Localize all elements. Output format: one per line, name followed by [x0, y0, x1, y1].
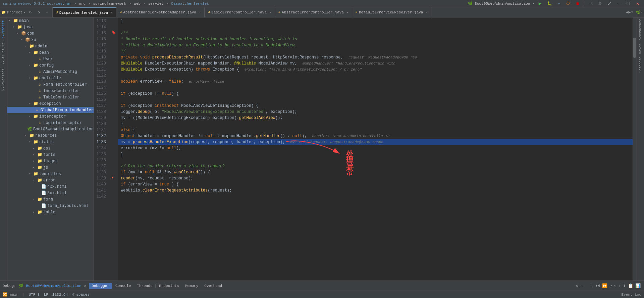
- tree-item-indexcontroller[interactable]: ☕IndexController: [7, 88, 94, 94]
- tree-item-com[interactable]: ▾📦com: [7, 30, 94, 37]
- tree-item-boot05webadminapplication[interactable]: 🌿Boot05WebAdminApplication: [7, 126, 94, 132]
- code-line-1123[interactable]: boolean errorView = false;errorView: fal…: [118, 79, 633, 85]
- 7-structure-btn[interactable]: 7-Structure: [639, 19, 642, 41]
- tree-item-bean[interactable]: ▾📁bean: [7, 49, 94, 56]
- project-dropdown[interactable]: ▾: [23, 10, 26, 14]
- bookmarks-sidebar-btn[interactable]: 2-Favorites: [1, 67, 6, 92]
- debug-action-btn[interactable]: 📊: [635, 283, 641, 289]
- tree-item-js[interactable]: ▸📁js: [7, 164, 94, 171]
- tree-item-controlle[interactable]: ▾📁controlle: [7, 75, 94, 81]
- code-line-1124[interactable]: [118, 85, 633, 91]
- code-line-1137[interactable]: // Did the handler return a view to rend…: [118, 163, 633, 169]
- code-line-1126[interactable]: [118, 97, 633, 103]
- tab-scroll-right[interactable]: ▶: [629, 10, 631, 15]
- tree-item-adminwebconfig[interactable]: ☕AdminWebConfig: [7, 69, 94, 75]
- code-line-1125[interactable]: if (exception != null) {: [118, 91, 633, 97]
- tab-abstracthandler[interactable]: JAbstractHandlerMethodAdapter.java✕: [116, 7, 205, 17]
- tree-item-main[interactable]: ▾📁main: [7, 17, 94, 24]
- debug-action-btn[interactable]: ⏭: [595, 283, 601, 289]
- tree-item-table[interactable]: ▸📁table: [7, 209, 94, 215]
- tree-item-resources[interactable]: ▾📁resources: [7, 132, 94, 139]
- tree-item-templates[interactable]: ▾📁templates: [7, 171, 94, 177]
- debug-action-btn[interactable]: 📋: [627, 283, 634, 289]
- profiler-button[interactable]: ⏱: [565, 0, 572, 7]
- code-line-1115[interactable]: /**: [118, 30, 633, 36]
- tab-close-abstracthandler[interactable]: ✕: [199, 10, 201, 14]
- tree-item-java[interactable]: ▾📁java: [7, 24, 94, 30]
- code-line-1132[interactable]: Object handler = (mappedHandler != null …: [118, 133, 633, 139]
- expand-button[interactable]: ⤢: [606, 0, 613, 7]
- scrollbar-thumb[interactable]: [633, 38, 636, 58]
- tab-defaulterror[interactable]: JDefaultErrorViewResolver.java✕: [352, 7, 431, 17]
- run-config-dropdown[interactable]: ▾: [532, 1, 534, 6]
- code-line-1119[interactable]: private void processDispatchResult(HttpS…: [118, 54, 633, 60]
- run-button[interactable]: ▶: [536, 0, 544, 7]
- code-lines[interactable]: } /** * Handle the result of handler sel…: [118, 17, 633, 281]
- code-line-1116[interactable]: * Handle the result of handler selection…: [118, 36, 633, 42]
- tree-item-config[interactable]: ▾📁config: [7, 62, 94, 69]
- tree-item-formtestcontroller[interactable]: ☕FormTestController: [7, 81, 94, 88]
- project-sidebar-btn[interactable]: 1-Project: [1, 19, 6, 40]
- code-line-1114[interactable]: [118, 24, 633, 30]
- tab-abstracterror[interactable]: JAbstractErrorController.java✕: [275, 7, 352, 17]
- tab-close-defaulterror[interactable]: ✕: [426, 10, 428, 14]
- debug-button[interactable]: 🐛: [546, 0, 553, 7]
- tree-item-images[interactable]: ▸📁images: [7, 158, 94, 164]
- code-line-1141[interactable]: WebUtils.clearErrorRequestAttributes(req…: [118, 187, 633, 194]
- code-line-1140[interactable]: if (errorView = true ) {: [118, 181, 633, 187]
- tree-item-xu[interactable]: ▾📦xu: [7, 37, 94, 43]
- tree-item-css[interactable]: ▸📁css: [7, 145, 94, 152]
- tree-item-exception[interactable]: ▾📁exception: [7, 100, 94, 107]
- debug-action-btn[interactable]: ↪: [613, 283, 618, 289]
- code-line-1113[interactable]: }: [118, 18, 633, 24]
- debug-action-btn[interactable]: ⬆: [618, 283, 622, 289]
- tree-item-fonts[interactable]: ▸📁fonts: [7, 152, 94, 158]
- code-line-1128[interactable]: logger.debug( o: "ModelAndViewDefiningEx…: [118, 109, 633, 115]
- code-line-1131[interactable]: else {: [118, 127, 633, 133]
- maximize-button[interactable]: □: [625, 0, 632, 7]
- tab-close-basicerror[interactable]: ✕: [269, 10, 271, 14]
- debug-tab-debugger[interactable]: Debugger: [89, 283, 112, 289]
- debug-tab-threads---endpoints[interactable]: Threads | Endpoints: [134, 283, 181, 289]
- update-button[interactable]: ⚡: [587, 0, 594, 7]
- gear-icon[interactable]: ⚙: [35, 9, 43, 16]
- code-line-1122[interactable]: [118, 73, 633, 79]
- code-line-1142[interactable]: [118, 194, 633, 200]
- settings-button[interactable]: ⚙: [596, 0, 604, 7]
- debug-tab-console[interactable]: Console: [113, 283, 133, 289]
- coverage-button[interactable]: ☂: [555, 0, 562, 7]
- collapse-button[interactable]: —: [615, 0, 623, 7]
- tab-dispatcher[interactable]: JDispatcherServlet.java✕: [53, 7, 116, 17]
- code-line-1130[interactable]: }: [118, 121, 633, 127]
- maven-btn[interactable]: Maven: [639, 44, 642, 54]
- tree-item-static[interactable]: ▾📁static: [7, 139, 94, 145]
- code-line-1138[interactable]: if (mv != null && !mv.wasCleared()) {: [118, 169, 633, 175]
- tab-close-abstracterror[interactable]: ✕: [346, 10, 348, 14]
- database-btn[interactable]: Database: [639, 56, 642, 73]
- code-line-1139[interactable]: render(mv, request, response);: [118, 175, 633, 181]
- hide-debug-btn[interactable]: —: [581, 284, 583, 288]
- code-line-1127[interactable]: if (exception instanceof ModelAndViewDef…: [118, 103, 633, 109]
- tab-list-btn[interactable]: ▾: [631, 10, 633, 15]
- debug-action-btn[interactable]: ↩: [609, 283, 613, 289]
- tree-item-4xx-html[interactable]: 📄4xx.html: [7, 183, 94, 190]
- settings-btn[interactable]: ⚙: [576, 284, 578, 288]
- tab-basicerror[interactable]: JBasicErrorController.java✕: [205, 7, 275, 17]
- code-line-1118[interactable]: */: [118, 48, 633, 54]
- code-line-1121[interactable]: @Nullable Exception exception) throws Ex…: [118, 67, 633, 73]
- debug-action-btn[interactable]: ⏸: [589, 283, 594, 289]
- structure-sidebar-btn[interactable]: 7-Structure: [1, 41, 6, 66]
- tree-item-form-layouts-html[interactable]: 📄form_layouts.html: [7, 203, 94, 209]
- debug-close-btn[interactable]: ✕: [84, 284, 87, 288]
- code-line-1129[interactable]: mv = ((ModelAndViewDefiningException) ex…: [118, 115, 633, 121]
- code-line-1117[interactable]: * either a ModelAndView or an Exception …: [118, 42, 633, 48]
- tab-scroll-left[interactable]: ◀: [626, 10, 628, 15]
- tree-item-5xx-html[interactable]: 📄5xx.html: [7, 190, 94, 196]
- close-window-button[interactable]: ✕: [634, 0, 641, 7]
- tree-item-tablecontroller[interactable]: ☕TableController: [7, 94, 94, 100]
- code-content[interactable]: 1113111411151116111711181119112011211122…: [94, 17, 644, 281]
- tree-item-globalexceptionhandler[interactable]: ☕GlobalExceptionHandler: [7, 107, 94, 113]
- tree-item-form[interactable]: ▾📁form: [7, 196, 94, 203]
- debug-tab-overhead[interactable]: Overhead: [202, 283, 225, 289]
- code-line-1136[interactable]: [118, 157, 633, 163]
